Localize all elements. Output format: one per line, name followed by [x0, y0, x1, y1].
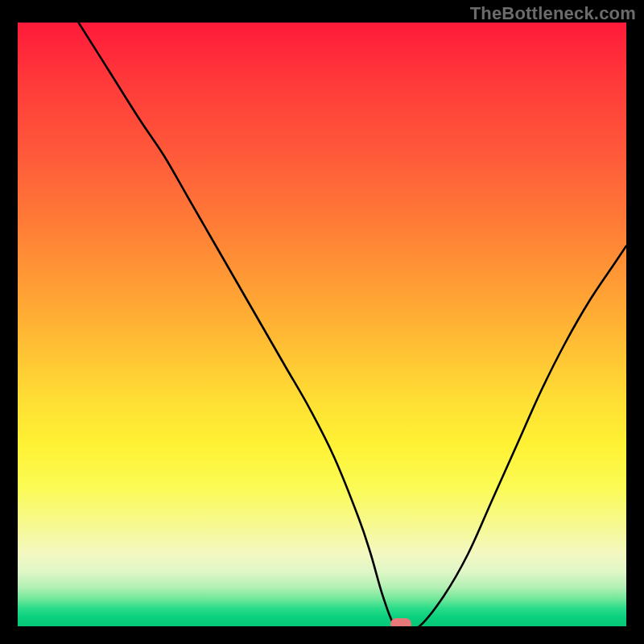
- optimum-marker: [390, 618, 411, 626]
- bottleneck-curve-path: [79, 23, 626, 626]
- plot-area: [18, 23, 626, 626]
- bottleneck-curve: [18, 23, 626, 626]
- watermark-text: TheBottleneck.com: [470, 3, 636, 24]
- chart-frame: TheBottleneck.com: [0, 0, 644, 644]
